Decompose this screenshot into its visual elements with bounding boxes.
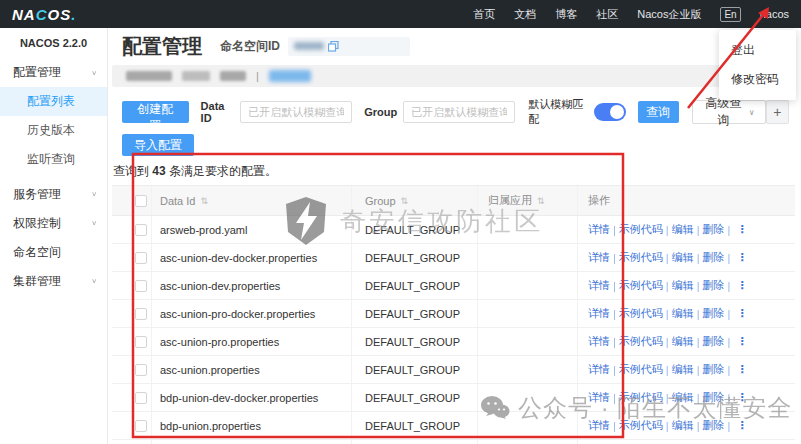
row-checkbox[interactable] <box>135 364 147 376</box>
redacted-namespace-tab-active[interactable] <box>269 70 311 82</box>
action-sample-code[interactable]: 示例代码 <box>619 278 663 293</box>
redacted-namespace-tab[interactable] <box>126 71 172 81</box>
user-menu-button[interactable]: nacos <box>760 8 789 20</box>
toggle-knob <box>610 105 624 119</box>
action-delete[interactable]: 删除 <box>703 250 725 265</box>
action-sample-code[interactable]: 示例代码 <box>619 334 663 349</box>
action-edit[interactable]: 编辑 <box>672 362 694 377</box>
action-separator: | <box>613 364 616 376</box>
action-separator: | <box>697 420 700 432</box>
search-button[interactable]: 查询 <box>638 101 679 123</box>
row-checkbox[interactable] <box>135 392 147 404</box>
action-sample-code[interactable]: 示例代码 <box>619 418 663 433</box>
action-detail[interactable]: 详情 <box>588 250 610 265</box>
action-delete[interactable]: 删除 <box>703 362 725 377</box>
row-checkbox[interactable] <box>135 420 147 432</box>
action-detail[interactable]: 详情 <box>588 334 610 349</box>
action-edit[interactable]: 编辑 <box>672 418 694 433</box>
fuzzy-match-toggle[interactable] <box>594 103 626 121</box>
nav-community[interactable]: 社区 <box>596 7 618 22</box>
select-all-checkbox[interactable] <box>135 195 147 207</box>
nav-blog[interactable]: 博客 <box>555 7 577 22</box>
action-sample-code[interactable]: 示例代码 <box>619 250 663 265</box>
action-edit[interactable]: 编辑 <box>672 306 694 321</box>
sidebar-item-config-management[interactable]: 配置管理 ∨ <box>0 58 107 87</box>
action-edit[interactable]: 编辑 <box>672 222 694 237</box>
nav-home[interactable]: 首页 <box>473 7 495 22</box>
chevron-down-icon: ∨ <box>91 278 97 285</box>
action-delete[interactable]: 删除 <box>703 278 725 293</box>
logout-menu-item[interactable]: 登出 <box>719 36 796 65</box>
row-checkbox[interactable] <box>135 336 147 348</box>
sidebar-item-config-list[interactable]: 配置列表 <box>0 87 107 116</box>
action-delete[interactable]: 删除 <box>703 334 725 349</box>
column-header-group: Group <box>365 195 396 207</box>
more-actions-icon[interactable]: ⋮ <box>736 223 747 236</box>
sort-icon[interactable]: ⇅ <box>537 196 545 206</box>
more-actions-icon[interactable]: ⋮ <box>736 419 747 432</box>
action-separator: | <box>666 224 669 236</box>
redacted-namespace-tab[interactable] <box>182 71 210 81</box>
action-detail[interactable]: 详情 <box>588 278 610 293</box>
sidebar-item-listener-query[interactable]: 监听查询 <box>0 145 107 174</box>
more-actions-icon[interactable]: ⋮ <box>736 391 747 404</box>
action-detail[interactable]: 详情 <box>588 390 610 405</box>
action-sample-code[interactable]: 示例代码 <box>619 222 663 237</box>
action-edit[interactable]: 编辑 <box>672 278 694 293</box>
tab-separator: | <box>256 70 259 82</box>
row-checkbox[interactable] <box>135 252 147 264</box>
advanced-search-button[interactable]: 高级查询 ∨ <box>692 100 766 124</box>
group-input[interactable] <box>403 101 515 123</box>
action-detail[interactable]: 详情 <box>588 362 610 377</box>
sort-icon[interactable]: ⇅ <box>401 196 409 206</box>
nav-enterprise[interactable]: Nacos企业版 <box>637 7 701 22</box>
nav-docs[interactable]: 文档 <box>514 7 536 22</box>
more-actions-icon[interactable]: ⋮ <box>736 335 747 348</box>
language-toggle[interactable]: En <box>720 7 740 22</box>
action-edit[interactable]: 编辑 <box>672 250 694 265</box>
sidebar-item-namespace[interactable]: 命名空间 <box>0 238 107 267</box>
sidebar-item-history[interactable]: 历史版本 <box>0 116 107 145</box>
dataid-input[interactable] <box>240 101 352 123</box>
add-button[interactable]: + <box>766 100 789 124</box>
action-detail[interactable]: 详情 <box>588 418 610 433</box>
cell-data-id: bdp-union-dev-docker.properties <box>160 392 318 404</box>
action-edit[interactable]: 编辑 <box>672 390 694 405</box>
more-actions-icon[interactable]: ⋮ <box>736 363 747 376</box>
column-header-app: 归属应用 <box>488 193 532 208</box>
action-delete[interactable]: 删除 <box>703 390 725 405</box>
row-checkbox[interactable] <box>135 224 147 236</box>
top-navbar: NACOS. 首页 文档 博客 社区 Nacos企业版 En nacos <box>0 0 801 28</box>
action-sample-code[interactable]: 示例代码 <box>619 306 663 321</box>
more-actions-icon[interactable]: ⋮ <box>736 307 747 320</box>
row-checkbox[interactable] <box>135 280 147 292</box>
namespace-tabs[interactable]: | <box>112 65 795 87</box>
redacted-namespace-tab[interactable] <box>220 71 246 81</box>
action-detail[interactable]: 详情 <box>588 306 610 321</box>
action-sample-code[interactable]: 示例代码 <box>619 390 663 405</box>
import-config-button[interactable]: 导入配置 <box>122 134 194 156</box>
sidebar-item-auth-control[interactable]: 权限控制 ∨ <box>0 209 107 238</box>
copy-icon[interactable] <box>328 41 339 52</box>
action-delete[interactable]: 删除 <box>703 222 725 237</box>
sort-icon[interactable]: ⇅ <box>200 196 208 206</box>
more-actions-icon[interactable]: ⋮ <box>736 251 747 264</box>
action-delete[interactable]: 删除 <box>703 306 725 321</box>
action-detail[interactable]: 详情 <box>588 222 610 237</box>
change-password-menu-item[interactable]: 修改密码 <box>719 65 796 94</box>
sidebar-item-label: 权限控制 <box>13 215 61 232</box>
action-separator: | <box>697 364 700 376</box>
row-checkbox[interactable] <box>135 308 147 320</box>
action-sample-code[interactable]: 示例代码 <box>619 362 663 377</box>
create-config-button[interactable]: 创建配置 <box>122 101 189 123</box>
cell-data-id: asc-union-pro-docker.properties <box>160 308 315 320</box>
action-delete[interactable]: 删除 <box>703 418 725 433</box>
action-separator: | <box>728 392 731 404</box>
main-content: 配置管理 命名空间ID | 创建配置 Data ID Group 默认模糊 <box>108 28 801 444</box>
sidebar-item-cluster-management[interactable]: 集群管理 ∨ <box>0 267 107 296</box>
sidebar-item-service-management[interactable]: 服务管理 ∨ <box>0 180 107 209</box>
action-separator: | <box>666 420 669 432</box>
action-edit[interactable]: 编辑 <box>672 334 694 349</box>
more-actions-icon[interactable]: ⋮ <box>736 279 747 292</box>
sidebar-version: NACOS 2.2.0 <box>0 28 107 58</box>
